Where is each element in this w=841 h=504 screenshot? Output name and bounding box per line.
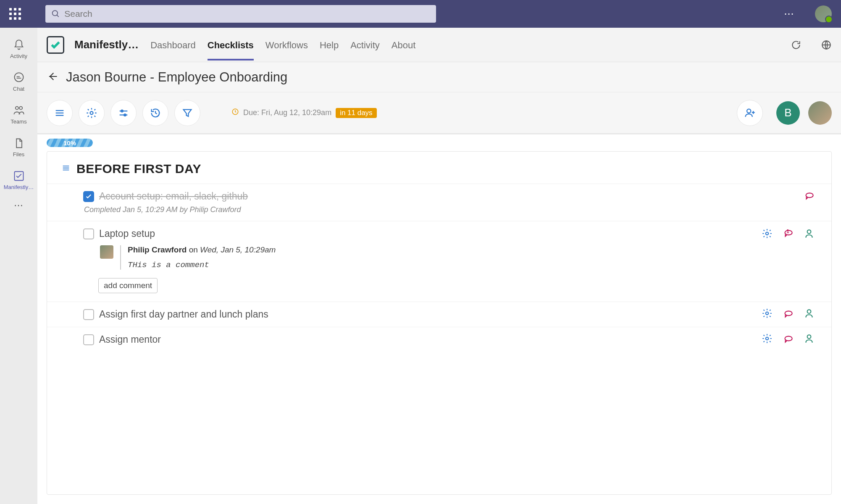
filter-button[interactable] (174, 100, 200, 126)
progress-bar: 10% (47, 139, 93, 147)
checklist-card: BEFORE FIRST DAY Account setup: email, s… (47, 151, 832, 495)
add-user-button[interactable] (737, 100, 763, 126)
svg-point-0 (53, 10, 58, 16)
tab-activity[interactable]: Activity (350, 29, 380, 60)
assignee-avatar-photo[interactable] (808, 101, 832, 125)
svg-point-25 (807, 310, 811, 313)
task-text[interactable]: Assign first day partner and lunch plans (99, 309, 268, 320)
assign-icon[interactable] (804, 308, 815, 319)
assignee-avatar-initial[interactable]: B (776, 101, 800, 125)
app-header: Manifestly… Dashboard Checklists Workflo… (37, 28, 841, 62)
tab-about[interactable]: About (392, 29, 416, 60)
task-row: Assign mentor (47, 327, 831, 352)
due-chip: in 11 days (336, 108, 377, 118)
funnel-icon (181, 107, 193, 119)
section-header: BEFORE FIRST DAY (47, 162, 831, 184)
rail-item-chat[interactable]: Chat (0, 66, 37, 98)
comment-time: Wed, Jan 5, 10:29am (200, 245, 276, 254)
comment-icon[interactable] (783, 308, 794, 319)
settings-button[interactable] (79, 100, 105, 126)
clock-icon (231, 108, 239, 118)
refresh-icon[interactable] (791, 39, 802, 50)
history-button[interactable] (142, 100, 168, 126)
sliders-icon (118, 107, 129, 119)
gear-icon[interactable] (762, 333, 773, 344)
tab-dashboard[interactable]: Dashboard (150, 29, 196, 60)
comment-block: Philip Crawford on Wed, Jan 5, 10:29am T… (100, 245, 815, 270)
svg-point-22 (766, 232, 769, 235)
history-icon (150, 107, 161, 119)
gear-icon (86, 107, 97, 119)
rail-label: Teams (11, 118, 26, 125)
svg-point-10 (90, 111, 93, 114)
files-icon (13, 137, 25, 149)
menu-button[interactable] (47, 100, 73, 126)
globe-icon[interactable] (821, 39, 832, 50)
add-user-icon (744, 107, 756, 119)
rail-item-files[interactable]: Files (0, 131, 37, 164)
progress-wrap: 10% (37, 134, 841, 151)
sliders-button[interactable] (110, 100, 137, 126)
teams-icon (13, 105, 25, 116)
gear-icon[interactable] (762, 228, 773, 239)
svg-point-23 (807, 230, 811, 234)
app-logo-icon (47, 36, 64, 54)
task-text[interactable]: Account setup: email, slack, github (99, 191, 248, 202)
add-comment-button[interactable]: add comment (98, 278, 158, 293)
task-checkbox[interactable] (83, 334, 94, 345)
comment-count-icon[interactable]: 1 (783, 227, 794, 240)
task-text[interactable]: Assign mentor (99, 334, 161, 345)
task-text[interactable]: Laptop setup (99, 228, 155, 239)
waffle-icon[interactable] (9, 8, 23, 20)
rail-label: Chat (13, 86, 24, 92)
task-checkbox[interactable] (83, 309, 94, 320)
svg-point-4 (19, 107, 22, 110)
task-checkbox[interactable] (83, 191, 94, 202)
comment-icon[interactable] (804, 190, 815, 201)
assign-icon[interactable] (804, 228, 815, 239)
rail-item-activity[interactable]: Activity (0, 33, 37, 66)
tab-workflows[interactable]: Workflows (265, 29, 308, 60)
task-row: Assign first day partner and lunch plans (47, 302, 831, 327)
task-completed-meta: Completed Jan 5, 10:29 AM by Philip Craw… (84, 205, 815, 214)
rail-label: Manifestly… (4, 184, 34, 190)
rail-item-manifestly[interactable]: Manifestly… (0, 164, 37, 197)
gear-icon[interactable] (762, 308, 773, 319)
due-info: Due: Fri, Aug 12, 10:29am in 11 days (231, 108, 377, 118)
due-text: Due: Fri, Aug 12, 10:29am (243, 108, 331, 117)
rail-label: Activity (10, 53, 27, 59)
rail-more-icon[interactable]: ⋯ (14, 200, 24, 211)
comment-avatar (100, 245, 113, 259)
topbar-more-icon[interactable]: ⋯ (784, 8, 795, 20)
tab-checklists[interactable]: Checklists (208, 29, 254, 60)
left-rail: Activity Chat Teams Files Manifestly… ⋯ (0, 28, 37, 504)
task-row: Laptop setup 1 Philip Crawford on Wed, J… (47, 221, 831, 302)
checklist-toolbar: Due: Fri, Aug 12, 10:29am in 11 days B (37, 92, 841, 134)
comment-count: 1 (786, 228, 789, 234)
task-checkbox[interactable] (83, 228, 94, 239)
manifestly-icon (13, 170, 25, 182)
comment-text: THis is a comment (128, 260, 276, 270)
page-title-row: Jason Bourne - Employee Onboarding (37, 62, 841, 92)
hamburger-icon (54, 107, 66, 119)
bell-icon (13, 39, 25, 51)
comment-icon[interactable] (783, 333, 794, 344)
search-input[interactable] (64, 9, 430, 19)
tab-help[interactable]: Help (320, 29, 339, 60)
search-box[interactable] (45, 5, 436, 23)
rail-item-teams[interactable]: Teams (0, 98, 37, 131)
search-icon (51, 9, 60, 18)
svg-point-26 (766, 337, 769, 340)
comment-author-line: Philip Crawford on Wed, Jan 5, 10:29am (128, 245, 276, 255)
app-name: Manifestly… (74, 38, 139, 51)
svg-point-2 (14, 73, 23, 81)
svg-point-16 (747, 109, 751, 113)
user-avatar[interactable] (815, 5, 832, 22)
drag-handle-icon[interactable] (61, 163, 71, 174)
teams-topbar: ⋯ (0, 0, 841, 28)
assign-icon[interactable] (804, 333, 815, 344)
svg-point-24 (766, 312, 769, 315)
comment-author: Philip Crawford (128, 245, 187, 254)
back-arrow-icon[interactable] (47, 71, 58, 84)
main-panel: Manifestly… Dashboard Checklists Workflo… (37, 28, 841, 504)
